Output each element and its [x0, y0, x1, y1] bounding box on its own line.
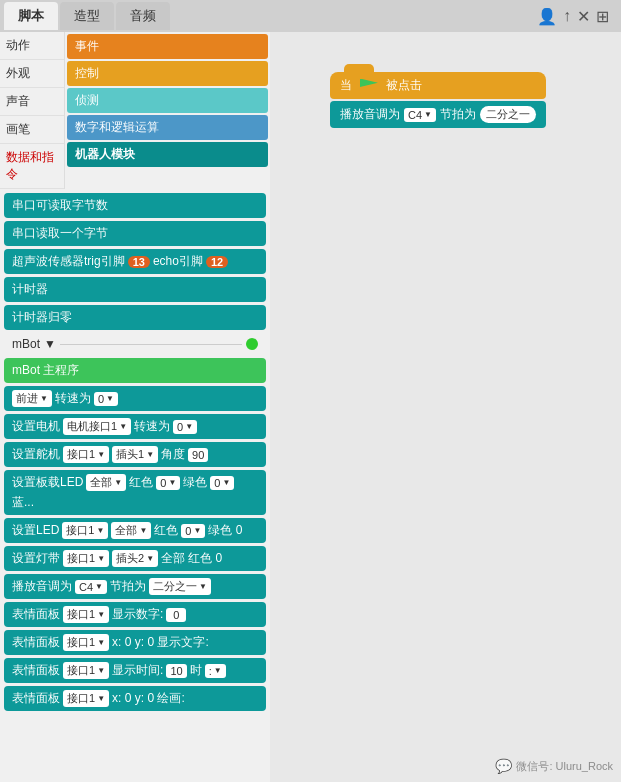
mbot-dropdown-arrow[interactable]: ▼ [44, 337, 56, 351]
watermark-text: 微信号: Uluru_Rock [516, 759, 613, 774]
cat-robot[interactable]: 机器人模块 [67, 142, 268, 167]
arrow-up-icon[interactable]: ↑ [563, 7, 571, 25]
speed-dropdown[interactable]: 0 [94, 392, 118, 406]
block-set-onboard-led[interactable]: 设置板载LED 全部 红色 0 绿色 0 蓝... [4, 470, 266, 515]
block-set-led[interactable]: 设置LED 接口1 全部 红色 0 绿色 0 [4, 518, 266, 543]
led2-port-dropdown[interactable]: 接口1 [62, 522, 108, 539]
mbot-divider: mBot ▼ [4, 333, 266, 355]
sidebar: 动作 外观 声音 画笔 数据和指令 事件 控制 侦测 数字和逻辑运算 机器人模块… [0, 32, 270, 782]
block-display-text[interactable]: 表情面板 接口1 x: 0 y: 0 显示文字: [4, 630, 266, 655]
led2-pos-dropdown[interactable]: 全部 [111, 522, 151, 539]
add-person-icon[interactable]: 👤 [537, 7, 557, 26]
blocks-area: 串口可读取字节数 串口读取一个字节 超声波传感器trig引脚 13 echo引脚… [0, 189, 270, 715]
cat-appearance[interactable]: 外观 [0, 60, 64, 88]
cat-sensing[interactable]: 侦测 [67, 88, 268, 113]
cat-operators[interactable]: 数字和逻辑运算 [67, 115, 268, 140]
led2-red-dropdown[interactable]: 0 [181, 524, 205, 538]
strip-port-dropdown[interactable]: 接口1 [63, 550, 109, 567]
tone-beat-dropdown[interactable]: 二分之一 [149, 578, 211, 595]
wechat-icon: 💬 [495, 758, 512, 774]
block-serial-read[interactable]: 串口读取一个字节 [4, 221, 266, 246]
cat-action[interactable]: 动作 [0, 32, 64, 60]
blocks-scroll-area[interactable]: 串口可读取字节数 串口读取一个字节 超声波传感器trig引脚 13 echo引脚… [0, 189, 270, 782]
flag-icon [360, 79, 378, 93]
display3-time-dropdown[interactable]: : [205, 664, 226, 678]
toolbar-icons: 👤 ↑ ✕ ⊞ [537, 7, 617, 26]
canvas-note-dropdown[interactable]: C4 [404, 108, 436, 122]
strip-slot-dropdown[interactable]: 插头2 [112, 550, 158, 567]
mbot-line [60, 344, 242, 345]
tone-note-dropdown[interactable]: C4 [75, 580, 107, 594]
block-display-draw[interactable]: 表情面板 接口1 x: 0 y: 0 绘画: [4, 686, 266, 711]
echo-badge: 12 [206, 256, 228, 268]
block-display-time[interactable]: 表情面板 接口1 显示时间: 10 时 : [4, 658, 266, 683]
block-set-motor[interactable]: 设置电机 电机接口1 转速为 0 [4, 414, 266, 439]
servo-port-dropdown[interactable]: 接口1 [63, 446, 109, 463]
canvas-area[interactable]: 当 被点击 播放音调为 C4 节拍为 二分之一 💬 微信号: Uluru_Roc… [270, 32, 621, 782]
fullscreen-icon[interactable]: ✕ [577, 7, 590, 26]
display3-time-input[interactable]: 10 [166, 664, 186, 678]
canvas-hat-block[interactable]: 当 被点击 [330, 72, 546, 99]
motor-speed-dropdown[interactable]: 0 [173, 420, 197, 434]
display1-number-input[interactable]: 0 [166, 608, 186, 622]
main-layout: 动作 外观 声音 画笔 数据和指令 事件 控制 侦测 数字和逻辑运算 机器人模块… [0, 32, 621, 782]
top-tabs-bar: 脚本 造型 音频 👤 ↑ ✕ ⊞ [0, 0, 621, 32]
cat-events[interactable]: 事件 [67, 34, 268, 59]
cat-pen[interactable]: 画笔 [0, 116, 64, 144]
cat-data[interactable]: 数据和指令 [0, 144, 64, 189]
block-motor-forward[interactable]: 前进 转速为 0 [4, 386, 266, 411]
block-set-servo[interactable]: 设置舵机 接口1 插头1 角度 90 [4, 442, 266, 467]
trig-badge: 13 [128, 256, 150, 268]
block-timer[interactable]: 计时器 [4, 277, 266, 302]
led-position-dropdown[interactable]: 全部 [86, 474, 126, 491]
block-set-ledstrip[interactable]: 设置灯带 接口1 插头2 全部 红色 0 [4, 546, 266, 571]
category-section: 动作 外观 声音 画笔 数据和指令 事件 控制 侦测 数字和逻辑运算 机器人模块 [0, 32, 270, 189]
cat-sound[interactable]: 声音 [0, 88, 64, 116]
right-categories: 事件 控制 侦测 数字和逻辑运算 机器人模块 [65, 32, 270, 189]
watermark: 💬 微信号: Uluru_Rock [495, 758, 613, 774]
canvas-script-group: 当 被点击 播放音调为 C4 节拍为 二分之一 [330, 72, 546, 128]
cat-control[interactable]: 控制 [67, 61, 268, 86]
mbot-status-dot [246, 338, 258, 350]
block-timer-reset[interactable]: 计时器归零 [4, 305, 266, 330]
display1-port-dropdown[interactable]: 接口1 [63, 606, 109, 623]
block-ultrasonic[interactable]: 超声波传感器trig引脚 13 echo引脚 12 [4, 249, 266, 274]
forward-dropdown[interactable]: 前进 [12, 390, 52, 407]
mbot-label: mBot [12, 337, 40, 351]
servo-slot-dropdown[interactable]: 插头1 [112, 446, 158, 463]
block-play-tone[interactable]: 播放音调为 C4 节拍为 二分之一 [4, 574, 266, 599]
tab-sound[interactable]: 音频 [116, 2, 170, 30]
led-red-dropdown[interactable]: 0 [156, 476, 180, 490]
layout-icon[interactable]: ⊞ [596, 7, 609, 26]
canvas-play-block[interactable]: 播放音调为 C4 节拍为 二分之一 [330, 101, 546, 128]
display2-port-dropdown[interactable]: 接口1 [63, 634, 109, 651]
servo-angle-input[interactable]: 90 [188, 448, 208, 462]
left-categories: 动作 外观 声音 画笔 数据和指令 [0, 32, 65, 189]
motor-port-dropdown[interactable]: 电机接口1 [63, 418, 131, 435]
tab-costume[interactable]: 造型 [60, 2, 114, 30]
tab-script[interactable]: 脚本 [4, 2, 58, 30]
block-mbot-main[interactable]: mBot 主程序 [4, 358, 266, 383]
block-display-number[interactable]: 表情面板 接口1 显示数字: 0 [4, 602, 266, 627]
canvas-beat-input[interactable]: 二分之一 [480, 106, 536, 123]
display4-port-dropdown[interactable]: 接口1 [63, 690, 109, 707]
block-serial-bytes[interactable]: 串口可读取字节数 [4, 193, 266, 218]
led-green-dropdown[interactable]: 0 [210, 476, 234, 490]
display3-port-dropdown[interactable]: 接口1 [63, 662, 109, 679]
